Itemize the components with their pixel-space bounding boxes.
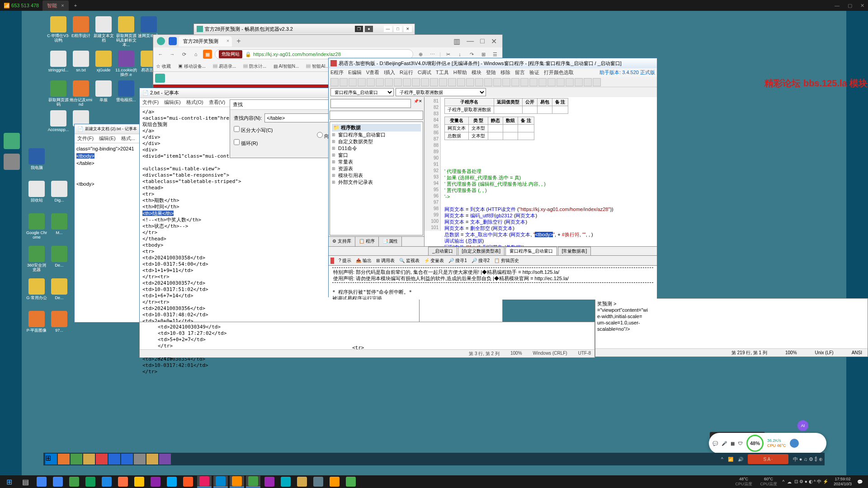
add-tab-button[interactable]: +	[74, 3, 77, 8]
tool-button[interactable]: 🔍 监视表	[399, 258, 420, 264]
home-button[interactable]: ⌂	[191, 50, 200, 59]
onedrive-icon[interactable]: ☁	[787, 479, 792, 484]
taskbar-app[interactable]	[344, 476, 358, 488]
tree-item[interactable]: 模块引用表	[332, 172, 421, 179]
tray-arrow-icon[interactable]: ^	[783, 479, 785, 484]
editor-tab[interactable]: 窗口程序集_启动窗口	[505, 247, 557, 255]
desktop-icon[interactable]	[4, 133, 20, 149]
close-icon[interactable]: ×	[61, 3, 64, 8]
tray-icons[interactable]: 中 ● ♫ ⚙ ₿ ⊕	[793, 456, 823, 463]
desktop-icon[interactable]: 炮台记及xmind	[70, 80, 92, 107]
screenshot-icon[interactable]: ✂	[443, 50, 453, 59]
network-icon[interactable]: 📶	[728, 457, 733, 462]
desktop-icon[interactable]: 360安全浏览器	[25, 246, 48, 272]
ai-assistant-icon[interactable]: AI	[797, 420, 808, 431]
taskbar-app[interactable]	[67, 476, 81, 488]
taskbar-app[interactable]	[213, 476, 228, 488]
tool-button[interactable]: 📤 输出	[356, 258, 372, 264]
tool-button[interactable]: 🔎 搜寻2	[472, 258, 490, 264]
taskbar-app[interactable]	[71, 454, 82, 465]
desktop-icon[interactable]: 新建文本文档	[92, 16, 115, 42]
toolbar-button[interactable]	[538, 78, 547, 86]
home-icon[interactable]	[169, 37, 177, 45]
volume-icon[interactable]: 🔊	[738, 457, 743, 462]
toolbar-button[interactable]	[358, 78, 366, 86]
task-view-button[interactable]: ▤	[18, 476, 33, 488]
maximize-button[interactable]: ▢	[848, 3, 852, 9]
taskbar-app[interactable]	[278, 476, 293, 488]
taskbar-app[interactable]	[327, 476, 342, 488]
pin-icon[interactable]: 📌✕	[413, 98, 423, 109]
browser-tab[interactable]: 官方28开奖预测 ×	[179, 36, 232, 47]
procset-combo[interactable]: 窗口程序集_启动窗口	[330, 88, 394, 96]
var-table[interactable]: 变量名类 型静态数组备 注网页文本文本型总数据文本型	[444, 117, 534, 140]
menu-item[interactable]: 编辑(E)	[99, 135, 116, 142]
outer-taskbar[interactable]: ⊞▤48°CCPU温度60°CCPU温度^☁⊡ ⚙ ● ◐ ᴬ 中 ⚡17:59…	[0, 475, 868, 488]
sidebar-home-icon[interactable]	[155, 74, 165, 83]
tree-item[interactable]: 外部文件记录表	[332, 179, 421, 186]
bookmark-item[interactable]: ▤ 智能AI...	[306, 63, 329, 70]
menu-icon[interactable]: ☰	[491, 50, 500, 59]
taskbar-app[interactable]	[165, 476, 179, 488]
apps-icon[interactable]: ⊞	[479, 50, 488, 59]
combo-2[interactable]	[330, 111, 423, 120]
extension-icon[interactable]: ▦	[203, 50, 212, 59]
desktop-icon[interactable]: 11.cookie的操作.e	[115, 51, 137, 77]
toolbar-button[interactable]	[385, 78, 393, 86]
menu-item[interactable]: 编辑(E)	[164, 99, 181, 106]
toolbar-button[interactable]	[547, 78, 556, 86]
code-line[interactable]	[444, 200, 655, 206]
code-line[interactable]	[444, 149, 655, 155]
tool-button[interactable]: ⊞ 调用表	[376, 258, 395, 264]
desktop-icon[interactable]: P·平面图像	[25, 311, 48, 333]
desktop-icon[interactable]	[4, 154, 20, 170]
close-icon[interactable]: ×	[226, 38, 229, 43]
globe-icon[interactable]	[790, 439, 799, 448]
tray-icons[interactable]: ⊡ ⚙ ● ◐ ᴬ 中 ⚡	[794, 479, 828, 485]
editor-tab[interactable]: _启动窗口	[428, 247, 457, 255]
tool-button[interactable]: 📋 剪辑历史	[494, 258, 519, 264]
toolbar-button[interactable]	[457, 78, 465, 86]
tree-root[interactable]: 📁 程序数据	[332, 124, 421, 131]
menu-item[interactable]: I插入	[384, 69, 395, 76]
desktop-icon[interactable]: M...	[48, 213, 71, 235]
toolbar-button[interactable]	[421, 78, 429, 86]
toolbar-button[interactable]	[340, 78, 348, 86]
toolbar-button[interactable]	[520, 78, 528, 86]
taskbar-app[interactable]	[262, 476, 277, 488]
panel-tab[interactable]: 📋 程序	[355, 237, 379, 246]
record-icon[interactable]	[330, 258, 334, 264]
combo-1[interactable]	[330, 99, 411, 108]
inner-taskbar[interactable]: ⊞^📶🔊S A ·中 ● ♫ ⚙ ₿ ⊕	[43, 453, 825, 465]
taskbar-app[interactable]	[121, 454, 133, 465]
code-line[interactable]: ' 置代理服务器 (, , )	[444, 187, 655, 193]
taskbar-app[interactable]	[83, 454, 95, 465]
clock[interactable]: 17:59:022024/10/3	[831, 477, 854, 487]
code-line[interactable]: '->	[444, 193, 655, 200]
code-line[interactable]	[444, 162, 655, 168]
menu-item[interactable]: 留言	[515, 69, 525, 76]
toolbar-button[interactable]	[584, 78, 592, 86]
code-line[interactable]	[444, 155, 655, 162]
mic-icon[interactable]: 🎤	[722, 441, 727, 446]
toolbar-button[interactable]	[430, 78, 438, 86]
project-tree[interactable]: 📁 程序数据窗口程序集_启动窗口自定义数据类型D11命令窗口常量表资源表模块引用…	[330, 122, 423, 235]
toolbar-button[interactable]	[566, 78, 574, 86]
panel-tab[interactable]: 📑 属性	[379, 237, 402, 246]
minimize-button[interactable]: —	[384, 26, 392, 32]
taskbar-app[interactable]	[34, 476, 49, 488]
menu-item[interactable]: E程序	[330, 69, 344, 76]
menu-item[interactable]: 查看(V)	[209, 99, 226, 106]
menu-item[interactable]: 打开颜色选取	[544, 69, 574, 76]
tool-button[interactable]: ? 提示	[339, 258, 351, 264]
tree-item[interactable]: D11命令	[332, 145, 421, 152]
toolbar-button[interactable]	[511, 78, 519, 86]
menu-item[interactable]: T工具	[436, 69, 449, 76]
chat-icon[interactable]: 💬	[712, 441, 718, 446]
record-button[interactable]: ●	[365, 26, 373, 32]
taskbar-app[interactable]	[83, 476, 98, 488]
menu-item[interactable]: E编辑	[348, 69, 361, 76]
desktop-icon[interactable]: C·华博仕V3·说鸭	[47, 16, 70, 42]
minimize-button[interactable]: —	[467, 37, 474, 46]
panel-tab[interactable]: ⚙ 支持库	[329, 237, 355, 246]
